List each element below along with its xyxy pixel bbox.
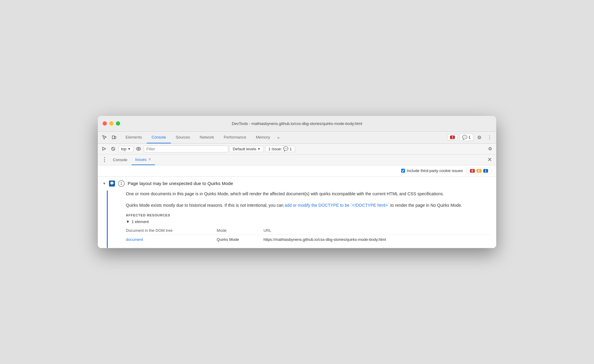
issue-body: One or more documents in this page is in… bbox=[107, 190, 496, 248]
issue-type-icon: 💬 bbox=[109, 180, 115, 187]
select-element-icon[interactable] bbox=[100, 133, 109, 142]
chevron-down-icon: ▼ bbox=[128, 147, 131, 151]
eye-icon[interactable] bbox=[135, 145, 142, 153]
error-badge: 1 bbox=[450, 136, 455, 139]
resource-mode-cell: Quirks Mode bbox=[217, 235, 263, 243]
third-party-checkbox-label[interactable]: Include third-party cookie issues bbox=[401, 168, 463, 173]
panel-more-button[interactable]: ⋮ bbox=[100, 155, 109, 164]
settings-button[interactable]: ⚙ bbox=[475, 133, 484, 142]
warn-count-badge: 0 bbox=[477, 169, 481, 173]
col-document: Document in the DOM tree bbox=[126, 226, 217, 235]
levels-label: Default levels bbox=[233, 147, 256, 151]
main-tab-bar: Elements Console Sources Network Perform… bbox=[98, 132, 496, 144]
gear-icon: ⚙ bbox=[488, 146, 492, 152]
svg-point-6 bbox=[138, 148, 139, 150]
more-tabs-button[interactable]: » bbox=[275, 132, 282, 143]
error-count-button[interactable]: 1 bbox=[447, 134, 458, 140]
svg-point-5 bbox=[136, 147, 141, 150]
panel-tab-console[interactable]: Console bbox=[109, 155, 131, 165]
expand-arrow-icon: ▼ bbox=[126, 219, 130, 224]
tab-sources[interactable]: Sources bbox=[171, 132, 195, 143]
resource-url-cell: https://mathiasbynens.github.io/css-dbg-… bbox=[263, 235, 491, 243]
col-url: URL bbox=[263, 226, 491, 235]
affected-resources-label: AFFECTED RESOURCES bbox=[126, 213, 491, 217]
issues-filter-bar: Include third-party cookie issues 0 0 1 bbox=[98, 165, 496, 177]
info-count: 1 bbox=[468, 135, 471, 139]
issue-item: ▼ 💬 1 Page layout may be unexpected due … bbox=[98, 177, 496, 248]
tab-console[interactable]: Console bbox=[147, 132, 171, 143]
issue-description-1: One or more documents in this page is in… bbox=[126, 190, 491, 197]
third-party-label: Include third-party cookie issues bbox=[407, 168, 463, 173]
more-options-button[interactable]: ⋮ bbox=[485, 133, 494, 142]
context-selector[interactable]: top ▼ bbox=[118, 146, 133, 152]
panel-tab-console-label: Console bbox=[113, 158, 127, 162]
element-count-label: 1 element bbox=[132, 219, 149, 224]
error-count-badge: 0 bbox=[470, 169, 475, 173]
resource-expander[interactable]: ▼ 1 element bbox=[126, 219, 491, 224]
console-settings-button[interactable]: ⚙ bbox=[486, 145, 494, 153]
description-text-before: Quirks Mode exists mostly due to histori… bbox=[126, 203, 285, 208]
collapse-arrow-icon: ▼ bbox=[103, 182, 106, 185]
window-controls bbox=[103, 121, 120, 126]
issues-badge[interactable]: 1 Issue: 💬 1 bbox=[265, 145, 295, 152]
info-count-badge: 1 bbox=[483, 169, 488, 173]
close-button[interactable] bbox=[103, 121, 107, 126]
resource-table: Document in the DOM tree Mode URL docume… bbox=[126, 226, 491, 243]
info-count-item: 1 bbox=[483, 169, 488, 173]
maximize-button[interactable] bbox=[116, 121, 120, 126]
panel-tab-issues-label: Issues bbox=[135, 157, 147, 162]
info-icon: 💬 bbox=[462, 135, 467, 140]
tab-memory[interactable]: Memory bbox=[251, 132, 275, 143]
issue-header[interactable]: ▼ 💬 1 Page layout may be unexpected due … bbox=[98, 177, 496, 190]
description-text-after: to render the page in No Quirks Mode. bbox=[389, 203, 462, 208]
info-count-button[interactable]: 💬 1 bbox=[459, 134, 473, 141]
col-mode: Mode bbox=[217, 226, 263, 235]
resource-row: document Quirks Mode https://mathiasbyne… bbox=[126, 235, 491, 243]
issue-description-2: Quirks Mode exists mostly due to histori… bbox=[126, 202, 491, 209]
close-icon: ✕ bbox=[487, 156, 492, 163]
resource-link-cell: document bbox=[126, 235, 217, 243]
svg-rect-1 bbox=[115, 136, 116, 139]
issue-count-circle: 1 bbox=[118, 180, 125, 187]
minimize-button[interactable] bbox=[109, 121, 113, 126]
titlebar: DevTools - mathiasbynens.github.io/css-d… bbox=[98, 116, 496, 132]
panel-tab-issues[interactable]: Issues ✕ bbox=[132, 155, 155, 165]
description-text-1: One or more documents in this page is in… bbox=[126, 191, 444, 196]
execute-icon[interactable] bbox=[100, 145, 108, 153]
block-icon[interactable] bbox=[109, 145, 117, 153]
gear-icon: ⚙ bbox=[477, 135, 481, 140]
svg-marker-2 bbox=[103, 147, 106, 150]
more-icon: ⋮ bbox=[487, 135, 492, 140]
tab-elements[interactable]: Elements bbox=[121, 132, 147, 143]
tab-list: Elements Console Sources Network Perform… bbox=[121, 132, 447, 143]
filter-input[interactable] bbox=[144, 145, 228, 152]
issue-message-icon: 💬 bbox=[283, 146, 288, 151]
doctype-link[interactable]: add or modify the DOCTYPE to be `<!DOCTY… bbox=[285, 203, 389, 208]
warn-count-item: 0 bbox=[477, 169, 481, 173]
issues-count: 1 bbox=[289, 147, 292, 151]
issues-label: 1 Issue: bbox=[268, 147, 282, 151]
document-link[interactable]: document bbox=[126, 237, 143, 242]
console-toolbar: top ▼ Default levels ▼ 1 Issue: 💬 1 ⚙ bbox=[98, 144, 496, 155]
issue-counts: 0 0 1 bbox=[467, 168, 491, 174]
default-levels-button[interactable]: Default levels ▼ bbox=[229, 146, 264, 152]
svg-line-4 bbox=[112, 148, 114, 150]
devtools-window: DevTools - mathiasbynens.github.io/css-d… bbox=[98, 116, 496, 248]
issues-content: ▼ 💬 1 Page layout may be unexpected due … bbox=[98, 177, 496, 248]
chevron-down-icon: ▼ bbox=[257, 147, 260, 151]
toolbar-right: 1 💬 1 ⚙ ⋮ bbox=[447, 133, 494, 142]
panel-tab-close-icon[interactable]: ✕ bbox=[148, 157, 151, 161]
tab-network[interactable]: Network bbox=[195, 132, 219, 143]
issue-title: Page layout may be unexpected due to Qui… bbox=[128, 181, 491, 186]
device-toolbar-icon[interactable] bbox=[110, 133, 118, 142]
window-title: DevTools - mathiasbynens.github.io/css-d… bbox=[232, 121, 362, 126]
panel-close-button[interactable]: ✕ bbox=[485, 155, 494, 164]
third-party-checkbox[interactable] bbox=[401, 169, 405, 173]
panel-row-right: ✕ bbox=[485, 155, 494, 164]
context-label: top bbox=[121, 147, 126, 151]
error-count-item: 0 bbox=[470, 169, 475, 173]
panel-tabs-row: ⋮ Console Issues ✕ ✕ bbox=[98, 155, 496, 165]
devtools-icons bbox=[100, 133, 118, 142]
svg-rect-0 bbox=[112, 136, 114, 139]
tab-performance[interactable]: Performance bbox=[219, 132, 251, 143]
